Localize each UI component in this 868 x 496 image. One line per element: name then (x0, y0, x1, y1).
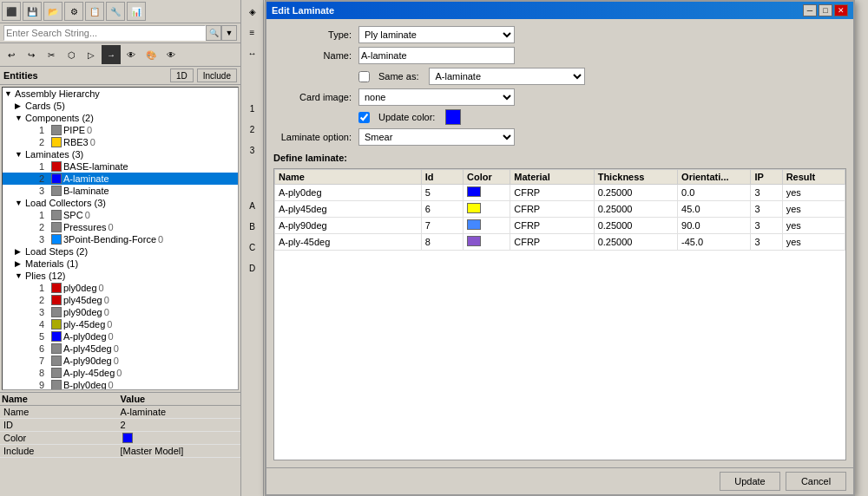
toolbar-btn-3[interactable]: 📂 (43, 2, 62, 21)
prop-color-box[interactable] (122, 433, 133, 443)
tree-item[interactable]: ▼Laminates (3) (3, 148, 238, 160)
update-color-checkbox[interactable] (358, 112, 370, 123)
close-button[interactable]: ✕ (834, 4, 848, 16)
table-cell (463, 201, 510, 218)
collapse-icon[interactable]: ▼ (15, 114, 25, 122)
tree-item[interactable]: 1SPC0 (3, 209, 238, 221)
color-preview[interactable] (445, 109, 461, 125)
search-options-button[interactable]: ▼ (221, 25, 237, 41)
toolbar2-btn-6[interactable]: → (102, 45, 121, 64)
card-image-select[interactable]: none (358, 88, 515, 106)
expand-icon[interactable]: ▶ (15, 259, 25, 268)
side-btn-2[interactable]: ≡ (243, 23, 262, 42)
laminate-option-select[interactable]: Smear Symmetric None (358, 128, 515, 146)
side-btn-6[interactable]: 3 (243, 140, 262, 160)
side-btn-9[interactable]: C (243, 238, 262, 257)
expand-icon[interactable]: ▶ (15, 101, 25, 110)
side-btn-5[interactable]: 2 (243, 120, 262, 139)
tree-item[interactable]: 1PIPE0 (3, 124, 238, 136)
tree-item[interactable]: 2A-laminate (3, 173, 238, 185)
main-container: ⬛ 💾 📂 ⚙ 📋 🔧 📊 🔍 ▼ ↩ ↪ ✂ ⬡ ▷ → 👁 🎨 👁 (0, 0, 868, 496)
toolbar-btn-6[interactable]: 🔧 (106, 2, 125, 21)
side-btn-7[interactable]: A (243, 196, 262, 215)
restore-button[interactable]: □ (819, 4, 832, 16)
side-btn-4[interactable]: 1 (243, 99, 262, 118)
tree-area[interactable]: ▼Assembly Hierarchy▶Cards (5)▼Components… (2, 87, 239, 390)
tree-item[interactable]: 3ply90deg0 (3, 306, 238, 318)
search-button[interactable]: 🔍 (206, 25, 221, 41)
table-row[interactable]: A-ply-45deg8CFRP0.25000-45.03yes (275, 234, 845, 251)
side-btn-1[interactable]: ◈ (243, 2, 262, 21)
toolbar2-btn-9[interactable]: 👁 (161, 45, 181, 64)
edit-laminate-dialog: Edit Laminate ─ □ ✕ Type: Ply laminate N… (265, 0, 855, 496)
type-select[interactable]: Ply laminate (358, 26, 515, 43)
cancel-button[interactable]: Cancel (786, 472, 846, 491)
same-as-row: Same as: A-laminate (273, 68, 846, 85)
toolbar2-btn-1[interactable]: ↩ (2, 45, 21, 64)
tree-item[interactable]: 7A-ply90deg0 (3, 355, 238, 367)
table-row[interactable]: A-ply90deg7CFRP0.2500090.03yes (275, 218, 845, 234)
tree-item[interactable]: ▶Load Steps (2) (3, 245, 238, 258)
table-row[interactable]: A-ply45deg6CFRP0.2500045.03yes (275, 201, 845, 218)
name-row: Name: (273, 47, 846, 64)
toolbar-btn-1[interactable]: ⬛ (2, 2, 21, 21)
tree-item[interactable]: 6A-ply45deg0 (3, 343, 238, 355)
table-cell: 3 (751, 185, 782, 201)
toolbar2-btn-8[interactable]: 🎨 (141, 45, 161, 64)
tree-item[interactable]: ▼Plies (12) (3, 270, 238, 282)
table-row[interactable]: A-ply0deg5CFRP0.250000.03yes (275, 185, 845, 201)
toolbar2-btn-7[interactable]: 👁 (122, 45, 141, 64)
props-col-value: Value (121, 394, 240, 404)
minimize-button[interactable]: ─ (803, 4, 817, 16)
tree-item[interactable]: ▼Components (2) (3, 112, 238, 124)
tree-item[interactable]: ▼Assembly Hierarchy (3, 88, 238, 100)
toolbar-btn-4[interactable]: ⚙ (64, 2, 83, 21)
tree-leaf-label: A-ply90deg (63, 356, 112, 366)
toolbar-btn-5[interactable]: 📋 (85, 2, 104, 21)
tree-item[interactable]: 2RBE30 (3, 136, 238, 148)
include-button[interactable]: Include (197, 69, 237, 82)
collapse-icon[interactable]: ▼ (15, 271, 25, 280)
table-scroll-area[interactable]: Name Id Color Material Thickness Orienta… (274, 169, 845, 460)
collapse-icon[interactable]: ▼ (15, 199, 25, 207)
tree-item[interactable]: 3B-laminate (3, 185, 238, 197)
tree-item[interactable]: 2Pressures0 (3, 221, 238, 233)
expand-icon[interactable]: ▶ (15, 247, 25, 256)
item-color (51, 380, 62, 390)
table-cell: -45.0 (678, 234, 751, 251)
tree-item[interactable]: 2ply45deg0 (3, 294, 238, 306)
tree-leaf-label: SPC (63, 210, 83, 220)
same-as-select[interactable]: A-laminate (429, 68, 585, 85)
toolbar-btn-7[interactable]: 📊 (127, 2, 146, 21)
tree-item[interactable]: 5A-ply0deg0 (3, 330, 238, 343)
update-button[interactable]: Update (720, 472, 780, 491)
tree-item[interactable]: ▶Materials (1) (3, 258, 238, 270)
id-button[interactable]: 1D (170, 69, 194, 82)
toolbar2-btn-4[interactable]: ⬡ (62, 45, 81, 64)
tree-folder-label: Components (2) (25, 113, 94, 123)
tree-item[interactable]: 9B-ply0deg0 (3, 379, 238, 390)
tree-item[interactable]: 8A-ply-45deg0 (3, 367, 238, 379)
item-number: 2 (39, 295, 49, 305)
toolbar2-btn-3[interactable]: ✂ (42, 45, 61, 64)
tree-item[interactable]: 1ply0deg0 (3, 282, 238, 294)
side-btn-10[interactable]: D (243, 258, 262, 277)
tree-item[interactable]: ▼Load Collectors (3) (3, 197, 238, 209)
same-as-checkbox[interactable] (358, 71, 370, 82)
side-btn-8[interactable]: B (243, 217, 262, 236)
tree-item[interactable]: 1BASE-laminate (3, 160, 238, 173)
side-btn-3[interactable]: ↔ (243, 43, 262, 62)
collapse-icon[interactable]: ▼ (15, 150, 25, 159)
tree-item[interactable]: 33Point-Bending-Force0 (3, 233, 238, 245)
toolbar2-btn-5[interactable]: ▷ (82, 45, 101, 64)
collapse-icon[interactable]: ▼ (4, 89, 15, 98)
tree-item[interactable]: 4ply-45deg0 (3, 318, 238, 330)
item-number: 3 (39, 307, 49, 317)
table-cell: 3 (751, 234, 782, 251)
tree-item[interactable]: ▶Cards (5) (3, 100, 238, 112)
search-input[interactable] (3, 25, 206, 41)
table-cell (463, 218, 510, 234)
name-input[interactable] (358, 47, 515, 64)
toolbar2-btn-2[interactable]: ↪ (22, 45, 41, 64)
toolbar-btn-2[interactable]: 💾 (23, 2, 42, 21)
